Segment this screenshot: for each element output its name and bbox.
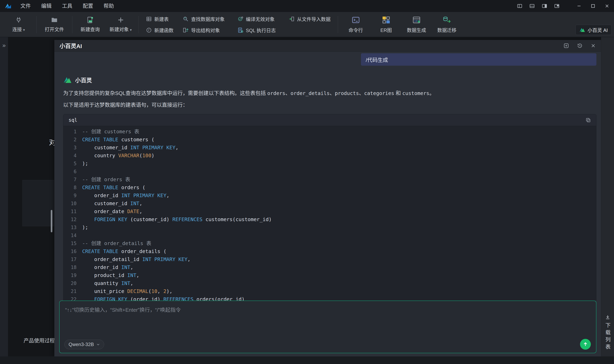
code-line: 4 country VARCHAR(100): [63, 152, 596, 160]
chevron-down-icon: ▾: [23, 28, 25, 32]
user-message-bubble: /代码生成: [361, 53, 596, 66]
left-rail: »: [0, 37, 8, 356]
code-line: 8CREATE TABLE orders (: [63, 184, 596, 192]
inline-code: products: [335, 91, 359, 96]
search-database-icon: [183, 16, 189, 22]
ai-assistant-badge[interactable]: 小百灵 AI: [575, 25, 612, 35]
export-struct-button[interactable]: 导出结构对象: [181, 25, 227, 36]
line-number: 11: [63, 208, 82, 216]
bird-logo-icon: [579, 27, 585, 33]
line-number: 14: [63, 232, 82, 239]
chat-input-area: “↑↓”切换历史输入，“Shift+Enter”换行，“/”唤起指令 Qwen3…: [54, 300, 601, 356]
layout-left-panel-icon[interactable]: [517, 3, 522, 9]
toolbar-divider: [72, 16, 72, 33]
export-structure-icon: [183, 27, 189, 33]
new-function-label: 新建函数: [154, 26, 173, 34]
obscured-text: 对: [49, 136, 54, 147]
line-number: 6: [63, 168, 82, 176]
new-function-button[interactable]: F 新建函数: [144, 25, 176, 36]
cmdline-button[interactable]: 命令行: [343, 15, 368, 33]
code-body: 1-- 创建 customers 表2CREATE TABLE customer…: [63, 126, 596, 300]
layout-toggle-icons: [517, 3, 560, 9]
code-line: 9 order_id INT PRIMARY KEY,: [63, 192, 596, 200]
er-diagram-label: ER图: [380, 26, 392, 33]
sql-log-button[interactable]: SQL 执行日志: [236, 25, 278, 36]
line-number: 1: [63, 128, 82, 136]
close-window-button[interactable]: [604, 3, 610, 9]
layout-restore-icon[interactable]: [554, 3, 560, 9]
data-migrate-button[interactable]: 数据迁移: [434, 15, 460, 33]
code-line: 14: [63, 232, 596, 239]
code-line: 6: [63, 168, 596, 176]
send-button[interactable]: [580, 339, 591, 350]
app-logo-icon: [4, 3, 12, 9]
import-data-button[interactable]: 从文件导入数据: [287, 13, 333, 24]
line-number: 21: [63, 287, 82, 295]
find-db-object-button[interactable]: 查找数据库对象: [181, 13, 227, 24]
code-line: 17 order_detail_id INT PRIMARY KEY,: [63, 255, 596, 263]
menu-bar: 文件编辑工具配置帮助: [0, 0, 614, 12]
import-data-label: 从文件导入数据: [297, 15, 331, 22]
line-number: 3: [63, 144, 82, 152]
line-number: 8: [63, 184, 82, 192]
line-number: 4: [63, 152, 82, 160]
status-strip: [0, 356, 614, 364]
arrow-up-icon: [583, 341, 588, 347]
new-table-button[interactable]: 新建表: [144, 13, 176, 24]
connect-button[interactable]: 连接▾: [6, 16, 31, 33]
compile-invalid-button[interactable]: 编译无效对象: [236, 13, 278, 24]
scrollbar-thumb[interactable]: [51, 210, 52, 232]
close-panel-icon[interactable]: [590, 43, 596, 49]
ai-panel-title: 小百灵AI: [60, 42, 82, 50]
code-line: 18 order_id INT,: [63, 263, 596, 271]
maximize-button[interactable]: [590, 3, 596, 9]
code-line: 11 order_date DATE,: [63, 208, 596, 216]
new-object-label: 新建对象: [110, 27, 129, 32]
download-list-tab[interactable]: 下载列表: [604, 314, 611, 351]
table-grid-icon: [146, 16, 152, 22]
chat-input-box[interactable]: “↑↓”切换历史输入，“Shift+Enter”换行，“/”唤起指令 Qwen3…: [59, 300, 596, 353]
plus-icon: [117, 16, 124, 24]
line-number: 22: [63, 295, 82, 300]
er-diagram-button[interactable]: ER图: [374, 15, 399, 33]
new-query-label: 新建查询: [81, 26, 100, 33]
model-selector[interactable]: Qwen3-32B: [64, 340, 104, 349]
code-line: 16CREATE TABLE order_details (: [63, 247, 596, 255]
history-icon[interactable]: [577, 43, 583, 49]
open-file-button[interactable]: 打开文件: [42, 16, 67, 33]
line-number: 9: [63, 192, 82, 200]
new-query-button[interactable]: SQL 新建查询: [78, 16, 103, 33]
connect-label: 连接: [12, 27, 22, 32]
menu-item-2[interactable]: 工具: [57, 0, 78, 12]
sql-log-label: SQL 执行日志: [246, 26, 276, 34]
code-line: 15-- 创建 order_details 表: [63, 239, 596, 247]
layout-right-panel-icon[interactable]: [542, 3, 547, 9]
menu-item-0[interactable]: 文件: [15, 0, 36, 12]
code-line: 21 unit_price DECIMAL(10, 2),: [63, 287, 596, 295]
line-number: 10: [63, 200, 82, 208]
code-line: 12 FOREIGN KEY (customer_id) REFERENCES …: [63, 216, 596, 223]
window-controls: [517, 0, 614, 12]
menu-item-3[interactable]: 配置: [78, 0, 98, 12]
minimize-button[interactable]: [576, 3, 582, 9]
toolbar-divider: [36, 16, 37, 33]
expand-sidebar-icon[interactable]: »: [1, 42, 7, 49]
code-line: 19 product_id INT,: [63, 271, 596, 279]
menu-items: 文件编辑工具配置帮助: [15, 0, 119, 12]
menu-item-4[interactable]: 帮助: [98, 0, 119, 12]
new-object-button[interactable]: 新建对象▾: [108, 16, 133, 33]
line-number: 13: [63, 223, 82, 232]
new-chat-icon[interactable]: [563, 43, 569, 49]
assistant-paragraph-2: 以下是适用于达梦数据库的建表语句，可以直接运行：: [63, 101, 596, 109]
menu-item-1[interactable]: 编辑: [36, 0, 57, 12]
right-tab-strip: 下载列表: [601, 37, 614, 356]
layout-bottom-panel-icon[interactable]: [529, 3, 535, 9]
code-line: 5);: [63, 160, 596, 168]
code-language-label: sql: [69, 117, 77, 123]
data-generate-label: 数据生成: [407, 26, 426, 33]
copy-code-icon[interactable]: [586, 117, 591, 123]
code-line: 1-- 创建 customers 表: [63, 128, 596, 136]
data-generate-button[interactable]: 101 数据生成: [404, 15, 429, 33]
toolbar: 连接▾ 打开文件 SQL 新建查询 新建对象▾ 新建表 F 新建函数: [0, 12, 614, 37]
new-table-label: 新建表: [154, 15, 169, 22]
